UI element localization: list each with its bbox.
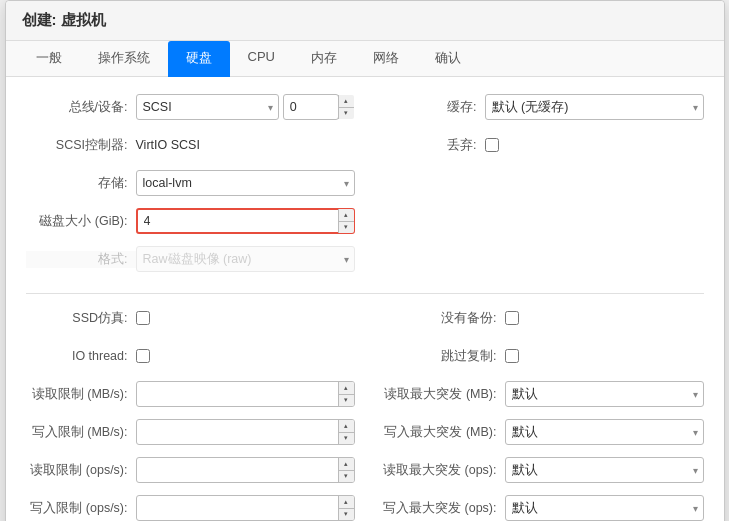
- disk-size-input[interactable]: [136, 208, 355, 234]
- bus-row: 总线/设备: SCSI IDE SATA VirtIO ▾: [26, 93, 355, 121]
- storage-row: 存储: local-lvm ▾: [26, 169, 355, 197]
- ssd-control: [136, 311, 355, 325]
- disk-size-down[interactable]: ▾: [338, 222, 354, 234]
- write-max-label: 写入最大突发 (MB):: [375, 424, 505, 441]
- write-max-control: 默认 ▾: [505, 419, 704, 445]
- write-max-row: 写入最大突发 (MB): 默认 ▾: [375, 418, 704, 446]
- write-ops-up[interactable]: ▴: [338, 496, 354, 509]
- bus-control: SCSI IDE SATA VirtIO ▾ 0 ▴: [136, 94, 355, 120]
- write-mb-down[interactable]: ▾: [338, 433, 354, 445]
- tab-network[interactable]: 网络: [355, 41, 417, 77]
- write-max-wrapper: 默认 ▾: [505, 419, 704, 445]
- bus-num-down[interactable]: ▾: [338, 108, 354, 120]
- write-ops-label: 写入限制 (ops/s):: [26, 500, 136, 517]
- write-ops-input[interactable]: 无限: [136, 495, 355, 521]
- tab-general[interactable]: 一般: [18, 41, 80, 77]
- skip-repl-row: 跳过复制:: [375, 342, 704, 370]
- io-control: [136, 349, 355, 363]
- bottom-left: SSD仿真: IO thread: 读取限制 (MB/s):: [26, 304, 355, 521]
- format-select[interactable]: Raw磁盘映像 (raw): [136, 246, 355, 272]
- tab-os[interactable]: 操作系统: [80, 41, 168, 77]
- scsi-label: SCSI控制器:: [26, 137, 136, 154]
- format-control: Raw磁盘映像 (raw) ▾: [136, 246, 355, 272]
- bus-num-input[interactable]: 0: [283, 94, 339, 120]
- read-max-label: 读取最大突发 (MB):: [375, 386, 505, 403]
- no-backup-checkbox[interactable]: [505, 311, 519, 325]
- read-ops-spin: ▴ ▾: [338, 458, 354, 482]
- cache-control: 默认 (无缓存) ▾: [485, 94, 704, 120]
- no-backup-label: 没有备份:: [375, 310, 505, 327]
- discard-label: 丢弃:: [375, 137, 485, 154]
- read-mb-control: 无限 ▴ ▾: [136, 381, 355, 407]
- tab-bar: 一般 操作系统 硬盘 CPU 内存 网络 确认: [6, 41, 724, 77]
- write-max-ops-wrapper: 默认 ▾: [505, 495, 704, 521]
- read-ops-down[interactable]: ▾: [338, 471, 354, 483]
- read-max-ops-wrapper: 默认 ▾: [505, 457, 704, 483]
- disk-size-label: 磁盘大小 (GiB):: [26, 213, 136, 230]
- storage-label: 存储:: [26, 175, 136, 192]
- read-mb-down[interactable]: ▾: [338, 395, 354, 407]
- skip-repl-label: 跳过复制:: [375, 348, 505, 365]
- tab-cpu[interactable]: CPU: [230, 41, 293, 77]
- read-max-wrapper: 默认 ▾: [505, 381, 704, 407]
- bus-num-up[interactable]: ▴: [338, 95, 354, 108]
- write-mb-up[interactable]: ▴: [338, 420, 354, 433]
- read-ops-up[interactable]: ▴: [338, 458, 354, 471]
- write-max-ops-row: 写入最大突发 (ops): 默认 ▾: [375, 494, 704, 521]
- tab-harddisk[interactable]: 硬盘: [168, 41, 230, 77]
- storage-select-wrapper: local-lvm ▾: [136, 170, 355, 196]
- ssd-checkbox[interactable]: [136, 311, 150, 325]
- scsi-control: VirtIO SCSI: [136, 135, 355, 155]
- ssd-label: SSD仿真:: [26, 310, 136, 327]
- read-mb-row: 读取限制 (MB/s): 无限 ▴ ▾: [26, 380, 355, 408]
- read-max-select[interactable]: 默认: [505, 381, 704, 407]
- write-mb-input[interactable]: 无限: [136, 419, 355, 445]
- cache-select[interactable]: 默认 (无缓存): [485, 94, 704, 120]
- io-label: IO thread:: [26, 349, 136, 363]
- write-max-select[interactable]: 默认: [505, 419, 704, 445]
- storage-select[interactable]: local-lvm: [136, 170, 355, 196]
- disk-size-spin: ▴ ▾: [338, 209, 354, 233]
- tab-memory[interactable]: 内存: [293, 41, 355, 77]
- read-ops-input[interactable]: 无限: [136, 457, 355, 483]
- bus-select[interactable]: SCSI IDE SATA VirtIO: [136, 94, 279, 120]
- write-mb-label: 写入限制 (MB/s):: [26, 424, 136, 441]
- read-mb-up[interactable]: ▴: [338, 382, 354, 395]
- discard-control: [485, 138, 704, 152]
- cache-select-wrapper: 默认 (无缓存) ▾: [485, 94, 704, 120]
- write-max-ops-select[interactable]: 默认: [505, 495, 704, 521]
- read-ops-wrapper: 无限 ▴ ▾: [136, 457, 355, 483]
- disk-size-wrapper: ▴ ▾: [136, 208, 355, 234]
- left-col: 总线/设备: SCSI IDE SATA VirtIO ▾: [26, 93, 375, 283]
- skip-repl-checkbox[interactable]: [505, 349, 519, 363]
- read-mb-label: 读取限制 (MB/s):: [26, 386, 136, 403]
- read-mb-wrapper: 无限 ▴ ▾: [136, 381, 355, 407]
- disk-size-row: 磁盘大小 (GiB): ▴ ▾: [26, 207, 355, 235]
- bus-num-wrapper: 0 ▴ ▾: [283, 94, 355, 120]
- read-ops-control: 无限 ▴ ▾: [136, 457, 355, 483]
- write-mb-wrapper: 无限 ▴ ▾: [136, 419, 355, 445]
- no-backup-row: 没有备份:: [375, 304, 704, 332]
- io-row: IO thread:: [26, 342, 355, 370]
- read-max-ops-row: 读取最大突发 (ops): 默认 ▾: [375, 456, 704, 484]
- read-mb-input[interactable]: 无限: [136, 381, 355, 407]
- read-ops-label: 读取限制 (ops/s):: [26, 462, 136, 479]
- scsi-value: VirtIO SCSI: [136, 135, 200, 155]
- read-max-ops-select[interactable]: 默认: [505, 457, 704, 483]
- read-ops-row: 读取限制 (ops/s): 无限 ▴ ▾: [26, 456, 355, 484]
- disk-size-up[interactable]: ▴: [338, 209, 354, 222]
- dialog-body: 总线/设备: SCSI IDE SATA VirtIO ▾: [6, 77, 724, 521]
- read-max-ops-control: 默认 ▾: [505, 457, 704, 483]
- dialog: 创建: 虚拟机 一般 操作系统 硬盘 CPU 内存 网络 确认 总线/设备:: [5, 0, 725, 521]
- read-mb-spin: ▴ ▾: [338, 382, 354, 406]
- io-checkbox[interactable]: [136, 349, 150, 363]
- bus-select-wrapper: SCSI IDE SATA VirtIO ▾: [136, 94, 279, 120]
- write-ops-spin: ▴ ▾: [338, 496, 354, 520]
- tab-confirm[interactable]: 确认: [417, 41, 479, 77]
- cache-row: 缓存: 默认 (无缓存) ▾: [375, 93, 704, 121]
- scsi-row: SCSI控制器: VirtIO SCSI: [26, 131, 355, 159]
- bus-selects: SCSI IDE SATA VirtIO ▾ 0 ▴: [136, 94, 355, 120]
- write-ops-down[interactable]: ▾: [338, 509, 354, 521]
- format-label: 格式:: [26, 251, 136, 268]
- discard-checkbox[interactable]: [485, 138, 499, 152]
